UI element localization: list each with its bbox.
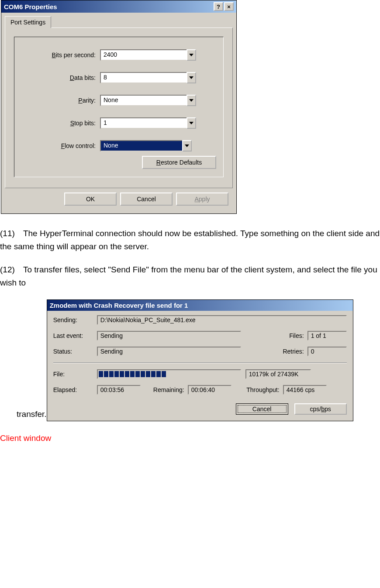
cps-bps-button[interactable]: cps/bps — [294, 403, 347, 415]
dialog-title: COM6 Properties — [4, 3, 57, 10]
throughput-value: 44166 cps — [283, 385, 327, 395]
remaining-label: Remaining: — [141, 386, 188, 393]
elapsed-value: 00:03:56 — [97, 385, 141, 395]
flow-control-label: Flow control: — [21, 142, 100, 149]
tab-content: Bits per second: 2400 Data bits: 8 Parit… — [5, 28, 233, 188]
stop-bits-label: Stop bits: — [21, 120, 100, 127]
parity-value: None — [100, 95, 187, 106]
parity-label: Parity: — [21, 97, 100, 104]
paragraph-text: To transfer files, select "Send File" fr… — [0, 265, 377, 287]
bits-per-second-value: 2400 — [100, 49, 187, 61]
progress-segment — [162, 371, 166, 377]
elapsed-label: Elapsed: — [53, 386, 97, 393]
progress-segment — [146, 371, 150, 377]
progress-segment — [114, 371, 119, 377]
data-bits-label: Data bits: — [21, 74, 100, 81]
zmodem-dialog: Zmodem with Crash Recovery file send for… — [47, 299, 353, 421]
close-button[interactable]: × — [224, 2, 234, 11]
chevron-down-icon[interactable] — [182, 140, 192, 151]
stop-bits-combo[interactable]: 1 — [100, 117, 196, 129]
progress-segment — [135, 371, 140, 377]
progress-segment — [99, 371, 103, 377]
retries-label: Retries: — [273, 348, 307, 355]
com-properties-dialog: COM6 Properties ? × Port Settings Bits p… — [1, 0, 237, 214]
progress-segment — [109, 371, 114, 377]
file-progress — [97, 369, 241, 379]
data-bits-combo[interactable]: 8 — [100, 72, 196, 83]
chevron-down-icon[interactable] — [187, 117, 196, 129]
paragraph-number: (11) — [0, 227, 21, 240]
stop-bits-value: 1 — [100, 117, 187, 129]
progress-segment — [125, 371, 129, 377]
help-icon: ? — [217, 3, 220, 10]
data-bits-value: 8 — [100, 72, 187, 83]
cancel-button[interactable]: Cancel — [236, 403, 288, 415]
restore-defaults-button[interactable]: Restore Defaults — [142, 156, 216, 169]
progress-segment — [104, 371, 108, 377]
progress-segment — [151, 371, 155, 377]
progress-segment — [130, 371, 135, 377]
remaining-value: 00:06:40 — [188, 385, 231, 395]
progress-segment — [156, 371, 161, 377]
file-label: File: — [53, 371, 97, 378]
titlebar: Zmodem with Crash Recovery file send for… — [47, 300, 353, 311]
settings-group: Bits per second: 2400 Data bits: 8 Parit… — [14, 37, 224, 177]
paragraph-text: The HyperTerminal connection should now … — [0, 229, 380, 251]
flow-control-combo[interactable]: None — [100, 140, 192, 151]
status-value: Sending — [97, 347, 241, 356]
client-window-label: Client window — [0, 433, 380, 443]
chevron-down-icon[interactable] — [187, 95, 196, 106]
status-label: Status: — [53, 348, 97, 355]
ok-button[interactable]: OK — [64, 193, 117, 206]
flow-control-value: None — [100, 140, 183, 151]
lastevent-value: Sending — [97, 331, 241, 340]
divider — [53, 362, 347, 363]
apply-button[interactable]: Apply — [176, 193, 228, 206]
cancel-button[interactable]: Cancel — [120, 193, 173, 206]
parity-combo[interactable]: None — [100, 95, 196, 106]
bits-per-second-label: Bits per second: — [21, 52, 100, 58]
progress-segment — [141, 371, 145, 377]
paragraph-11: (11) The HyperTerminal connection should… — [0, 227, 380, 254]
paragraph-trailing: transfer. — [17, 408, 47, 421]
paragraph-number: (12) — [0, 263, 21, 276]
throughput-label: Throughput: — [231, 386, 283, 393]
sending-label: Sending: — [53, 316, 97, 323]
titlebar: COM6 Properties ? × — [1, 0, 236, 13]
close-icon: × — [227, 3, 231, 10]
chevron-down-icon[interactable] — [187, 49, 196, 61]
help-button[interactable]: ? — [214, 2, 223, 11]
dialog-title: Zmodem with Crash Recovery file send for… — [50, 302, 188, 309]
paragraph-12: (12) To transfer files, select "Send Fil… — [0, 263, 380, 290]
lastevent-label: Last event: — [53, 332, 97, 339]
sending-value: D:\Nokia\Nokia_PC_Suite_481.exe — [97, 315, 347, 325]
files-value: 1 of 1 — [307, 331, 347, 340]
bits-per-second-combo[interactable]: 2400 — [100, 49, 196, 61]
progress-segment — [120, 371, 124, 377]
chevron-down-icon[interactable] — [187, 72, 196, 83]
file-value: 10179k of 27439K — [245, 369, 311, 379]
retries-value: 0 — [307, 347, 347, 356]
files-label: Files: — [273, 332, 307, 339]
tab-port-settings[interactable]: Port Settings — [5, 16, 51, 28]
